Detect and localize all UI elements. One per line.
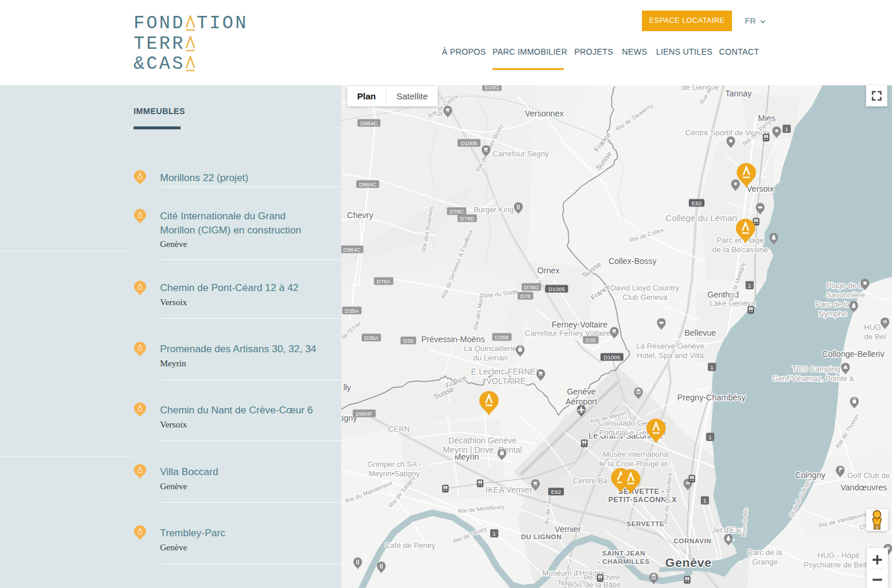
- svg-text:Plage de la: Plage de la: [826, 281, 865, 290]
- svg-text:D78C: D78C: [450, 208, 464, 215]
- svg-text:Jet d'Eau: Jet d'Eau: [712, 526, 744, 534]
- svg-text:IKEA Vernier: IKEA Vernier: [485, 485, 532, 495]
- svg-text:Parc et Plage: Parc et Plage: [716, 236, 764, 245]
- svg-text:E62: E62: [692, 200, 702, 206]
- svg-text:CORNAVIN: CORNAVIN: [674, 537, 711, 544]
- svg-text:1: 1: [748, 282, 751, 289]
- svg-text:H: H: [883, 319, 887, 325]
- svg-text:Versonnex: Versonnex: [525, 109, 564, 118]
- svg-text:HUG - Hôpit: HUG - Hôpit: [818, 551, 860, 560]
- svg-text:- CHARMILLES: - CHARMILLES: [598, 558, 650, 565]
- svg-text:D1005: D1005: [461, 140, 477, 146]
- svg-text:Collex-Bossy: Collex-Bossy: [608, 256, 657, 266]
- svg-text:E62: E62: [551, 489, 561, 495]
- svg-text:1: 1: [492, 530, 495, 537]
- svg-text:Hotel, Spa and Villa: Hotel, Spa and Villa: [637, 351, 704, 360]
- svg-text:Psychiatrie de Belle-: Psychiatrie de Belle-: [804, 560, 874, 569]
- svg-text:Collonge-Belleriv: Collonge-Belleriv: [822, 349, 884, 359]
- svg-text:SERVETTE: SERVETTE: [627, 520, 665, 527]
- svg-text:de la Bécassine: de la Bécassine: [712, 245, 768, 254]
- svg-text:D35: D35: [585, 337, 595, 343]
- svg-text:Golf Club de (: Golf Club de (: [847, 471, 892, 480]
- svg-text:de la Croix-Rouge et...: de la Croix-Rouge et...: [597, 459, 674, 468]
- svg-text:Meyrin | Drive, Rental: Meyrin | Drive, Rental: [443, 445, 522, 455]
- svg-text:Vernier: Vernier: [555, 524, 581, 534]
- svg-text:Bois de la Bâtie: Bois de la Bâtie: [568, 580, 621, 588]
- svg-text:Genève: Genève: [665, 556, 712, 569]
- svg-text:Aéroport: Aéroport: [565, 397, 597, 406]
- svg-text:DU LIGNON: DU LIGNON: [521, 533, 561, 540]
- svg-text:Pregny-Chambésy: Pregny-Chambésy: [677, 393, 745, 402]
- svg-text:D984C: D984C: [359, 181, 377, 188]
- svg-text:Club Geneva: Club Geneva: [623, 293, 668, 302]
- svg-text:Parc de la: Parc de la: [748, 548, 783, 557]
- svg-text:D1005: D1005: [604, 354, 620, 360]
- svg-text:Genf-Vésenaz, Pointe à...: Genf-Vésenaz, Pointe à...: [773, 374, 860, 383]
- svg-text:Vandœuvres: Vandœuvres: [840, 483, 887, 492]
- svg-text:La Quincaillerie: La Quincaillerie: [464, 344, 517, 353]
- svg-text:Carrefour Segny: Carrefour Segny: [492, 149, 549, 158]
- svg-text:E.Leclerc FERNEY: E.Leclerc FERNEY: [471, 367, 541, 376]
- svg-text:Grimper.ch SA -: Grimper.ch SA -: [367, 460, 421, 469]
- svg-text:D984C: D984C: [343, 246, 361, 253]
- svg-text:1: 1: [708, 434, 711, 440]
- svg-text:de Bel: de Bel: [864, 332, 886, 341]
- svg-text:Centre Ba: Centre Ba: [573, 476, 608, 485]
- svg-text:D78: D78: [520, 293, 530, 299]
- svg-text:SAINT-JEAN: SAINT-JEAN: [602, 550, 645, 557]
- svg-text:D78D: D78D: [460, 215, 474, 222]
- svg-text:Musée internationa: Musée internationa: [603, 450, 668, 459]
- svg-text:Ornex: Ornex: [537, 266, 560, 275]
- svg-text:D35A: D35A: [364, 335, 378, 341]
- svg-text:1: 1: [710, 364, 713, 370]
- svg-text:Chevry: Chevry: [347, 211, 373, 220]
- svg-text:D35A: D35A: [345, 308, 359, 314]
- svg-text:CERN: CERN: [388, 425, 410, 433]
- svg-text:Burger King: Burger King: [474, 205, 514, 214]
- svg-text:Prévessin-Moëns: Prévessin-Moëns: [421, 335, 485, 344]
- svg-text:Savonnière: Savonnière: [826, 290, 865, 299]
- svg-text:Tannay: Tannay: [725, 89, 751, 98]
- svg-text:Genève: Genève: [567, 387, 595, 396]
- svg-text:D1005: D1005: [548, 286, 565, 292]
- svg-text:Nymphe: Nymphe: [818, 309, 847, 318]
- svg-text:Grange: Grange: [752, 557, 777, 566]
- svg-text:VOLTAIRE: VOLTAIRE: [486, 376, 525, 386]
- svg-text:Parc de la: Parc de la: [816, 300, 850, 309]
- svg-text:D78G: D78G: [524, 284, 539, 290]
- svg-text:La Réserve Genève: La Réserve Genève: [636, 342, 704, 350]
- svg-text:Bellevue: Bellevue: [684, 328, 716, 338]
- svg-text:Décathlon Genève: Décathlon Genève: [448, 436, 517, 445]
- svg-text:Café de Peney: Café de Peney: [385, 541, 436, 550]
- svg-text:D35B: D35B: [495, 334, 509, 340]
- svg-text:1: 1: [703, 497, 706, 504]
- svg-text:1: 1: [785, 126, 788, 132]
- svg-text:David Lloyd Country: David Lloyd Country: [610, 283, 680, 292]
- svg-text:Collège du Léman: Collège du Léman: [665, 213, 737, 223]
- svg-text:D984C: D984C: [360, 120, 378, 126]
- svg-text:D15G: D15G: [485, 85, 500, 91]
- svg-text:D78A: D78A: [377, 278, 391, 285]
- svg-text:TCS Camping: TCS Camping: [792, 365, 840, 373]
- svg-text:Versoix: Versoix: [747, 184, 774, 193]
- svg-text:SERVETTE -: SERVETTE -: [618, 487, 664, 496]
- svg-text:D35: D35: [403, 338, 413, 344]
- svg-text:du Leman: du Leman: [473, 353, 507, 362]
- svg-text:D984F: D984F: [356, 410, 373, 417]
- svg-text:Ferney-Voltaire: Ferney-Voltaire: [552, 320, 608, 329]
- svg-text:lly: lly: [343, 383, 351, 392]
